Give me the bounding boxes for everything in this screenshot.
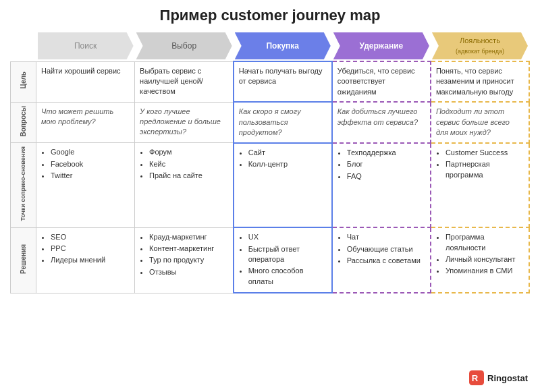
row-tsel: Цель Найти хороший сервис Выбрать сервис… <box>11 61 530 102</box>
cell-tochki-1: Google Facebook Twitter <box>36 143 135 227</box>
stage-vybor: Выбор <box>135 31 234 61</box>
cell-tsel-3: Начать получать выгоду от сервиса <box>234 61 332 102</box>
cell-resheniya-4: Чат Обучающие статьи Рассылка с советами <box>332 227 431 293</box>
cell-tsel-1: Найти хороший сервис <box>36 61 135 102</box>
label-tsel: Цель <box>11 61 36 102</box>
cell-voprosy-5: Подходит ли этот сервис больше всего для… <box>431 102 529 143</box>
label-resheniya: Решения <box>11 227 36 293</box>
ringostat-logo: R Ringostat <box>469 370 528 385</box>
stage-uderzhanie: Удержание <box>332 31 431 61</box>
row-tochki: Точки соприко-сновения Google Facebook T… <box>11 143 530 227</box>
ringostat-icon: R <box>469 370 484 385</box>
stage-pokupka: Покупка <box>234 31 332 61</box>
cell-voprosy-1: Что может решить мою проблему? <box>36 102 135 143</box>
cell-voprosy-2: У кого лучшее предложение и больше экспе… <box>135 102 234 143</box>
page-title: Пример customer journey map <box>10 7 530 24</box>
cell-resheniya-2: Крауд-маркетинг Контент-маркетинг Тур по… <box>135 227 234 293</box>
stage-poisk: Поиск <box>36 31 135 61</box>
stage-loyalnost: Лояльность(адвокат бренда) <box>431 31 529 61</box>
cell-tsel-5: Понять, что сервис незаменим и приносит … <box>431 61 529 102</box>
page: Пример customer journey map Поиск Выбор <box>0 0 540 392</box>
cell-tochki-2: Форум Кейс Прайс на сайте <box>135 143 234 227</box>
cell-tsel-2: Выбрать сервис с наилучшей ценой/качеств… <box>135 61 234 102</box>
label-empty <box>11 31 36 61</box>
cell-resheniya-1: SEO PPC Лидеры мнений <box>36 227 135 293</box>
stage-header-row: Поиск Выбор Покупка <box>11 31 530 61</box>
ringostat-text: Ringostat <box>487 373 528 383</box>
cell-resheniya-5: Программа лояльности Личный консультант … <box>431 227 529 293</box>
table-container: Поиск Выбор Покупка <box>10 31 530 293</box>
cell-tochki-4: Техподдержка Блог FAQ <box>332 143 431 227</box>
cell-voprosy-3: Как скоро я смогу пользоваться продуктом… <box>234 102 332 143</box>
row-resheniya: Решения SEO PPC Лидеры мнений Крауд-марк… <box>11 227 530 293</box>
svg-text:R: R <box>472 373 479 383</box>
row-voprosy: Вопросы Что может решить мою проблему? У… <box>11 102 530 143</box>
journey-table: Поиск Выбор Покупка <box>10 31 530 293</box>
cell-voprosy-4: Как добиться лучшего эффекта от сервиса? <box>332 102 431 143</box>
cell-tochki-5: Customer Success Партнерская программа <box>431 143 529 227</box>
cell-tochki-3: Сайт Колл-центр <box>234 143 332 227</box>
cell-tsel-4: Убедиться, что сервис соответствует ожид… <box>332 61 431 102</box>
cell-resheniya-3: UX Быстрый ответ оператора Много способо… <box>234 227 332 293</box>
label-tochki: Точки соприко-сновения <box>11 143 36 227</box>
label-voprosy: Вопросы <box>11 102 36 143</box>
